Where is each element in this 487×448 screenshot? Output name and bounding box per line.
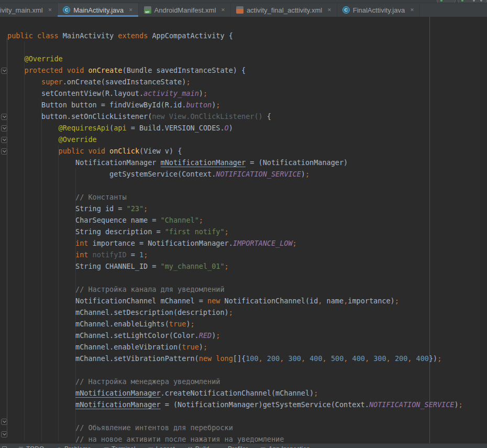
code-token-semi: ; bbox=[143, 204, 148, 213]
code-line bbox=[7, 41, 463, 53]
code-token-kw: long bbox=[216, 354, 233, 363]
tab-finalacttivity-java[interactable]: C FinalActtivity.java ✕ bbox=[337, 3, 420, 17]
code-token-semi: ; bbox=[459, 400, 463, 409]
fold-collapse-icon[interactable] bbox=[1, 137, 7, 143]
code-token-def bbox=[305, 354, 309, 363]
close-icon[interactable]: ✕ bbox=[221, 7, 225, 13]
device-selector-pill[interactable] bbox=[458, 0, 487, 3]
code-token-num: 300 bbox=[373, 354, 386, 363]
code-token-def bbox=[7, 389, 75, 397]
code-token-kw: new bbox=[199, 354, 212, 363]
status-tab-problems[interactable]: ◉ Problems bbox=[50, 445, 97, 448]
code-token-def: ) bbox=[454, 400, 458, 409]
toolbar-dot-icon bbox=[473, 0, 475, 2]
close-icon[interactable]: ✕ bbox=[48, 7, 52, 13]
code-token-def: []{ bbox=[233, 354, 246, 363]
code-token-str: "23" bbox=[127, 204, 144, 213]
bottom-tool-window-bar: ☰ TODO ◉ Problems ▣ Terminal ▤ Logcat ⚒ … bbox=[0, 443, 487, 448]
problems-icon: ◉ bbox=[57, 446, 62, 448]
code-line: // Константы bbox=[7, 191, 463, 203]
app-inspection-icon: ▦ bbox=[260, 446, 265, 448]
code-token-semi: ; bbox=[229, 308, 233, 316]
code-token-def bbox=[348, 354, 352, 363]
status-tab-app-inspection[interactable]: ▦ App Inspection bbox=[254, 445, 316, 448]
close-icon[interactable]: ✕ bbox=[129, 7, 133, 13]
status-tab-profiler[interactable]: ◔ Profiler bbox=[215, 445, 254, 448]
status-tab-terminal[interactable]: ▣ Terminal bbox=[97, 445, 142, 448]
code-token-def: mChannel.setVibrationPattern( bbox=[7, 354, 199, 363]
code-token-num: 500 bbox=[331, 354, 344, 363]
run-configuration-pill[interactable] bbox=[437, 0, 456, 3]
tab-activity-final-acttivity-xml[interactable]: activity_final_acttivity.xml ✕ bbox=[231, 3, 337, 17]
status-tab-label: Terminal bbox=[112, 445, 135, 448]
code-token-def bbox=[33, 31, 37, 40]
chevron-down-icon bbox=[2, 149, 6, 152]
code-line bbox=[7, 180, 463, 191]
code-token-def bbox=[63, 66, 67, 74]
code-token-def: name bbox=[322, 297, 344, 305]
java-class-icon: C bbox=[63, 6, 70, 14]
fold-collapse-icon[interactable] bbox=[1, 68, 7, 74]
tab-label: MainActivity.java bbox=[73, 6, 124, 14]
code-token-semi: ; bbox=[305, 170, 309, 178]
code-token-semi: ; bbox=[293, 239, 297, 247]
code-token-def: NotificationChannel(id bbox=[220, 297, 318, 305]
code-token-def: importance = NotificationManager. bbox=[88, 239, 233, 247]
code-token-def: mChannel.enableLights( bbox=[7, 320, 169, 328]
status-tab-logcat[interactable]: ▤ Logcat bbox=[141, 445, 181, 448]
tab-activity-main-xml[interactable]: ivity_main.xml ✕ bbox=[0, 3, 58, 17]
logcat-icon: ▤ bbox=[148, 446, 153, 448]
fold-collapse-icon[interactable] bbox=[1, 114, 7, 120]
code-token-def: = Build.VERSION_CODES. bbox=[127, 124, 225, 132]
java-class-icon: C bbox=[342, 6, 350, 14]
close-icon[interactable]: ✕ bbox=[410, 7, 414, 13]
code-text[interactable]: public class MainActivity extends AppCom… bbox=[0, 17, 463, 443]
code-token-num: 1 bbox=[139, 250, 143, 259]
fold-collapse-icon[interactable] bbox=[1, 419, 7, 425]
code-line: @RequiresApi(api = Build.VERSION_CODES.O… bbox=[7, 122, 463, 134]
code-token-kw: int bbox=[7, 250, 88, 259]
code-token-semi: ; bbox=[143, 250, 148, 259]
code-token-def: CharSequence name = bbox=[7, 216, 161, 224]
status-tab-label: Build bbox=[195, 445, 209, 448]
code-editor[interactable]: public class MainActivity extends AppCom… bbox=[0, 17, 487, 443]
status-tab-label: Logcat bbox=[156, 445, 175, 448]
code-line: mChannel.enableVibration(true); bbox=[7, 341, 463, 353]
code-token-ann: @Override bbox=[7, 135, 97, 144]
code-token-semi: ; bbox=[216, 331, 220, 340]
code-token-def: Button button = findViewById(R.id. bbox=[7, 101, 186, 109]
manifest-file-icon: MF bbox=[144, 6, 151, 14]
status-tab-build[interactable]: ⚒ Build bbox=[181, 445, 216, 448]
fold-collapse-icon[interactable] bbox=[1, 125, 7, 132]
tab-androidmanifest-xml[interactable]: MF AndroidManifest.xml ✕ bbox=[139, 3, 231, 17]
code-token-con: button bbox=[186, 101, 212, 109]
code-token-kw: protected bbox=[7, 66, 63, 74]
code-token-def: MainActivity bbox=[59, 31, 118, 40]
code-token-con: O bbox=[225, 124, 229, 132]
code-token-kw: class bbox=[37, 31, 59, 40]
close-icon[interactable]: ✕ bbox=[327, 7, 331, 13]
fold-collapse-icon[interactable] bbox=[1, 431, 7, 438]
tab-label: activity_final_acttivity.xml bbox=[247, 6, 322, 14]
code-token-con: IMPORTANCE_LOW bbox=[233, 239, 293, 247]
code-token-def: button.setOnClickListener( bbox=[7, 112, 152, 121]
chevron-down-icon bbox=[2, 114, 6, 118]
status-tab-label: Problems bbox=[64, 445, 91, 448]
code-token-gray: notifyID bbox=[88, 250, 126, 259]
fold-collapse-icon[interactable] bbox=[1, 148, 7, 155]
code-token-semi: ; bbox=[191, 320, 195, 328]
code-token-def: = (NotificationManager)getSystemService(… bbox=[161, 400, 369, 409]
code-token-semi: ; bbox=[199, 216, 203, 224]
code-token-semi: ; bbox=[225, 227, 229, 236]
chevron-down-icon bbox=[2, 419, 6, 423]
code-token-kw: extends bbox=[118, 31, 148, 40]
toolbar-dot-icon bbox=[480, 0, 482, 2]
code-line: @Override bbox=[7, 53, 463, 64]
code-line bbox=[7, 272, 463, 283]
code-token-def: mChannel.enableVibration( bbox=[7, 343, 182, 351]
tab-mainactivity-java[interactable]: C MainActivity.java ✕ bbox=[58, 3, 138, 17]
code-line: int importance = NotificationManager.IMP… bbox=[7, 237, 463, 249]
code-line: // на новое активити после нажатия на ув… bbox=[7, 433, 463, 443]
status-tab-todo[interactable]: ☰ TODO bbox=[12, 445, 50, 448]
code-token-def: AppCompatActivity { bbox=[148, 31, 233, 40]
